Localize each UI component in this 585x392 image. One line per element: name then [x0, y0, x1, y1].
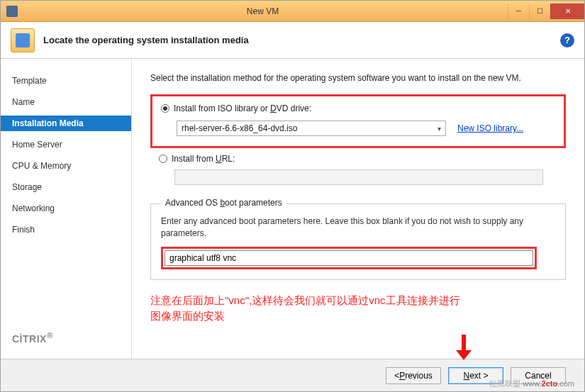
iso-option-highlight: Install from ISO library or DVD drive: r…: [150, 94, 566, 148]
sidebar-item-cpu-memory[interactable]: CPU & Memory: [1, 158, 131, 174]
sidebar-item-networking[interactable]: Networking: [1, 201, 131, 216]
close-button[interactable]: ✕: [550, 4, 584, 19]
maximize-button[interactable]: ☐: [529, 4, 550, 19]
sidebar-item-name[interactable]: Name: [1, 94, 131, 110]
window-controls: ─ ☐ ✕: [508, 4, 584, 19]
minimize-button[interactable]: ─: [508, 4, 529, 19]
app-icon: [6, 6, 18, 17]
radio-icon: [161, 104, 169, 113]
citrix-logo: CİTRIX®: [1, 325, 131, 359]
url-input[interactable]: [174, 169, 543, 185]
chevron-down-icon: ▾: [438, 125, 441, 133]
iso-row: rhel-server-6.6-x86_64-dvd.iso ▾ New ISO…: [161, 121, 555, 136]
watermark: 红黑联盟 www.2cto.com: [489, 379, 574, 389]
help-icon[interactable]: ?: [560, 33, 574, 47]
advanced-boot-fieldset: Advanced OS boot parameters Enter any ad…: [150, 203, 566, 280]
sidebar-item-storage[interactable]: Storage: [1, 179, 131, 195]
radio-label: Install from ISO library or DVD drive:: [174, 103, 311, 113]
wizard-body: Template Name Installation Media Home Se…: [1, 59, 584, 359]
sidebar-item-home-server[interactable]: Home Server: [1, 137, 131, 152]
sidebar-item-template[interactable]: Template: [1, 73, 131, 89]
radio-icon: [159, 155, 167, 163]
new-iso-library-link[interactable]: New ISO library...: [457, 123, 523, 133]
boot-input-highlight: [161, 247, 537, 269]
install-from-url-radio[interactable]: Install from URL:: [159, 154, 566, 164]
page-instruction: Select the installation method for the o…: [150, 73, 566, 83]
sidebar-item-installation-media[interactable]: Installation Media: [1, 116, 131, 131]
boot-parameters-input[interactable]: [165, 250, 533, 266]
wizard-icon: [11, 28, 35, 52]
page-title: Locate the operating system installation…: [43, 35, 552, 45]
previous-button[interactable]: < Previous: [386, 367, 441, 384]
titlebar: New VM ─ ☐ ✕: [1, 1, 584, 22]
window-title: New VM: [18, 6, 508, 16]
iso-dropdown[interactable]: rhel-server-6.6-x86_64-dvd.iso ▾: [177, 121, 446, 136]
sidebar-item-finish[interactable]: Finish: [1, 222, 131, 237]
radio-label: Install from URL:: [172, 154, 235, 164]
fieldset-legend: Advanced OS boot parameters: [161, 198, 286, 208]
install-from-iso-radio[interactable]: Install from ISO library or DVD drive:: [161, 103, 555, 113]
fieldset-description: Enter any advanced boot parameters here.…: [161, 215, 555, 240]
annotation-arrow-icon: [453, 335, 474, 362]
wizard-footer: < Previous Next > Cancel 红黑联盟 www.2cto.c…: [1, 359, 584, 391]
annotation-text: 注意在后面加上"vnc",这样待会我们就可以通过vnc工具连接并进行 图像界面的…: [150, 293, 566, 325]
wizard-steps-sidebar: Template Name Installation Media Home Se…: [1, 59, 132, 359]
iso-selected-value: rhel-server-6.6-x86_64-dvd.iso: [182, 123, 297, 133]
wizard-content: Select the installation method for the o…: [132, 59, 584, 359]
wizard-header: Locate the operating system installation…: [1, 22, 584, 59]
